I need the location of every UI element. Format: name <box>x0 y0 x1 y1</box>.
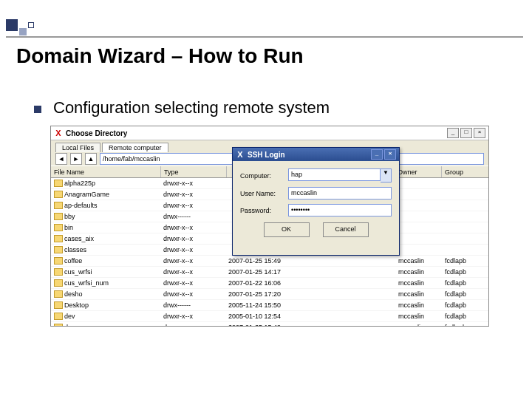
table-row[interactable]: devdrwxr-x--x2005-01-10 12:54mccaslinfcd… <box>51 311 488 322</box>
table-row[interactable]: Desktopdrwx------2005-11-24 15:50mccasli… <box>51 300 488 311</box>
minimize-button[interactable]: _ <box>447 128 459 138</box>
col-name[interactable]: File Name <box>51 166 161 177</box>
folder-icon <box>54 257 63 265</box>
folder-icon <box>54 301 63 309</box>
table-row[interactable]: cus_wrfsi_numdrwxr-x--x2007-01-22 16:06m… <box>51 278 488 289</box>
maximize-button[interactable]: □ <box>460 128 472 138</box>
table-row[interactable]: deshodrwxr-x--x2007-01-25 17:20mccaslinf… <box>51 289 488 300</box>
slide-subtitle: Configuration selecting remote system <box>53 98 330 117</box>
col-type[interactable]: Type <box>161 166 227 177</box>
slide-title: Domain Wizard – How to Run <box>16 44 304 68</box>
computer-label: Computer: <box>240 172 288 180</box>
tab-local[interactable]: Local Files <box>55 143 100 152</box>
tab-remote[interactable]: Remote computer <box>102 143 168 152</box>
ok-button[interactable]: OK <box>264 222 310 237</box>
col-group[interactable]: Group <box>442 166 488 177</box>
bullet-icon <box>34 106 41 113</box>
up-icon[interactable]: ▲ <box>85 153 97 165</box>
back-icon[interactable]: ◄ <box>55 153 67 165</box>
app-x-icon: X <box>54 129 63 137</box>
password-input[interactable]: •••••••• <box>288 204 392 216</box>
folder-icon <box>54 324 63 326</box>
folder-icon <box>54 246 63 253</box>
file-browser-window: X Choose Directory _ □ × Local Files Rem… <box>50 126 489 327</box>
col-owner[interactable]: Owner <box>395 166 442 177</box>
ssh-x-icon: X <box>236 150 245 159</box>
computer-dropdown-button[interactable]: ▼ <box>381 168 392 183</box>
username-label: User Name: <box>240 190 288 197</box>
table-row[interactable]: docdrwxr-x--x2007-01-25 15:49mccaslinfcd… <box>51 322 488 326</box>
file-browser-titlebar: X Choose Directory _ □ × <box>51 126 488 140</box>
slide-divider <box>6 36 523 38</box>
folder-icon <box>54 213 63 220</box>
folder-icon <box>54 224 63 231</box>
forward-icon[interactable]: ► <box>70 153 82 165</box>
folder-icon <box>54 279 63 287</box>
folder-icon <box>54 180 63 187</box>
folder-icon <box>54 290 63 298</box>
ssh-titlebar: X SSH Login _ × <box>233 148 399 161</box>
ssh-title-text: SSH Login <box>248 151 368 159</box>
computer-input[interactable]: hap <box>288 168 381 181</box>
ssh-close-button[interactable]: × <box>384 149 396 160</box>
folder-icon <box>54 268 63 276</box>
table-row[interactable]: cus_wrfsidrwxr-x--x2007-01-25 14:17mccas… <box>51 267 488 278</box>
password-label: Password: <box>240 207 288 214</box>
table-row[interactable]: coffeedrwxr-x--x2007-01-25 15:49mccaslin… <box>51 256 488 267</box>
username-input[interactable]: mccaslin <box>288 187 392 200</box>
folder-icon <box>54 313 63 320</box>
folder-icon <box>54 191 63 198</box>
folder-icon <box>54 235 63 242</box>
close-button[interactable]: × <box>474 128 485 138</box>
slide-decor <box>6 19 52 35</box>
ssh-minimize-button[interactable]: _ <box>371 149 383 160</box>
file-browser-title: Choose Directory <box>66 129 444 137</box>
ssh-login-dialog: X SSH Login _ × Computer: hap ▼ User Nam… <box>232 147 400 256</box>
folder-icon <box>54 202 63 209</box>
cancel-button[interactable]: Cancel <box>323 222 369 237</box>
